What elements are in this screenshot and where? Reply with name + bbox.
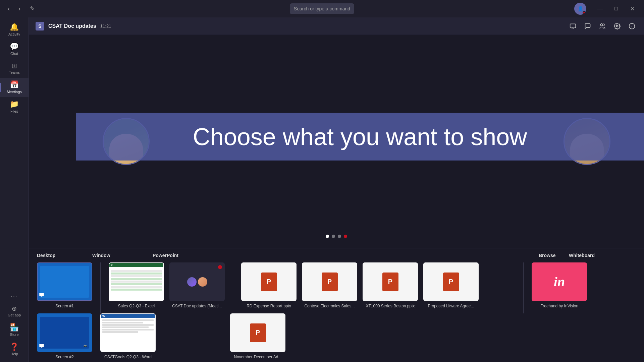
- meeting-header: S CSAT Doc updates 11:21: [29, 17, 644, 35]
- dot-4: [344, 235, 347, 238]
- sidebar-label-store: Store: [10, 333, 18, 337]
- more-icon: ···: [11, 294, 17, 299]
- nav-controls: ‹ ›: [4, 4, 24, 13]
- ppt-icon-rd: P: [261, 273, 277, 291]
- meetings-icon: 📅: [10, 81, 19, 88]
- share-item-screen2[interactable]: 📷 Screen #2: [37, 313, 92, 359]
- meeting-time: 11:21: [100, 23, 111, 28]
- svg-point-2: [616, 25, 618, 27]
- svg-rect-9: [39, 344, 44, 347]
- maximize-button[interactable]: □: [608, 3, 624, 14]
- browse-category: Browse: [539, 252, 569, 258]
- sidebar-label-files: Files: [10, 109, 18, 113]
- categories-header: Desktop Window PowerPoint Browse Whitebo…: [29, 248, 644, 260]
- freehand-label: Freehand by InVision: [540, 304, 578, 308]
- teams-icon: ⊞: [11, 62, 17, 69]
- close-button[interactable]: ✕: [625, 3, 640, 14]
- sidebar-item-get-app[interactable]: ⊕ Get app: [0, 302, 29, 320]
- share-item-xt1000[interactable]: P XT1000 Series Boston.pptx: [363, 262, 418, 311]
- video-area: Choose what you want to show: [29, 35, 644, 248]
- svg-rect-6: [39, 293, 44, 296]
- get-app-icon: ⊕: [12, 306, 17, 312]
- desktop-window-sep: [100, 262, 101, 313]
- sales-excel-thumb: X: [109, 262, 164, 301]
- sidebar-item-more[interactable]: ···: [0, 290, 29, 302]
- content-area: S CSAT Doc updates 11:21: [29, 17, 644, 362]
- screen1-preview: [38, 263, 92, 300]
- invision-logo: in: [554, 274, 565, 290]
- share-item-csat-meeting[interactable]: CSAT Doc updates (Meeti...: [169, 262, 225, 311]
- share-item-november-ad[interactable]: P November-December Ad...: [230, 313, 285, 359]
- meeting-avatars: [187, 277, 207, 287]
- compose-button[interactable]: ✎: [27, 3, 38, 14]
- csatgoals-thumb: W: [100, 313, 156, 352]
- monitor-icon: [39, 292, 44, 299]
- store-icon: 🏪: [10, 324, 19, 331]
- settings-button[interactable]: [612, 21, 623, 32]
- share-panel: Desktop Window PowerPoint Browse Whitebo…: [29, 248, 644, 362]
- meeting-chat-button[interactable]: [582, 21, 593, 32]
- chat-icon: 💬: [10, 43, 19, 50]
- csatgoals-label: CSATGoals Q2-Q3 - Word: [104, 355, 152, 359]
- sidebar-label-activity: Activity: [8, 32, 20, 36]
- sidebar-label-get-app: Get app: [8, 313, 21, 317]
- participants-button[interactable]: [597, 21, 608, 32]
- ppt-icon-xt1000: P: [382, 273, 398, 291]
- files-icon: 📁: [10, 101, 19, 108]
- search-placeholder: Search or type a command: [294, 6, 350, 11]
- browse-wb-sep: [523, 262, 524, 313]
- sidebar-item-files[interactable]: 📁 Files: [0, 97, 29, 117]
- sidebar-label-help: Help: [10, 352, 18, 356]
- share-item-litware[interactable]: P Proposed Litware Agree...: [423, 262, 479, 311]
- main-layout: 🔔 Activity 💬 Chat ⊞ Teams 📅 Meetings 📁 F…: [0, 17, 644, 362]
- share-item-sales-excel[interactable]: X Sales Q2-Q3 - Excel: [109, 262, 164, 311]
- status-dot: [583, 11, 586, 14]
- minimize-button[interactable]: —: [592, 3, 608, 14]
- whiteboard-category: Whiteboard: [569, 252, 636, 258]
- rd-expense-thumb: P: [241, 262, 297, 301]
- contoso-thumb: P: [302, 262, 357, 301]
- help-icon: ❓: [10, 343, 19, 351]
- window-controls: 👤 — □ ✕: [574, 3, 640, 15]
- rd-expense-label: RD Expense Report.pptx: [247, 304, 291, 308]
- info-button[interactable]: [627, 21, 637, 32]
- sales-excel-label: Sales Q2-Q3 - Excel: [118, 304, 155, 308]
- powerpoint-label: PowerPoint: [153, 253, 178, 258]
- november-ad-thumb: P: [230, 313, 285, 352]
- sidebar-item-teams[interactable]: ⊞ Teams: [0, 59, 29, 78]
- mini-avatar-1: [187, 277, 197, 287]
- share-item-contoso[interactable]: P Contoso Electronics Sales...: [302, 262, 357, 311]
- share-item-csatgoals[interactable]: W CSATGoals Q2-Q3 - Word: [98, 313, 158, 359]
- meeting-title: CSAT Doc updates: [48, 23, 96, 29]
- share-item-freehand[interactable]: in Freehand by InVision: [532, 262, 587, 311]
- powerpoint-category: PowerPoint: [153, 252, 539, 258]
- share-screen-button[interactable]: [568, 21, 578, 32]
- share-item-rd-expense[interactable]: P RD Expense Report.pptx: [241, 262, 297, 311]
- browse-spacer: [495, 262, 515, 311]
- sidebar-label-meetings: Meetings: [7, 90, 22, 94]
- browse-label: Browse: [539, 253, 556, 258]
- sidebar-item-help[interactable]: ❓ Help: [0, 340, 29, 359]
- share-items-row: Screen #1 X: [29, 260, 644, 313]
- window-col-spacer: W CSATGoals Q2-Q3 - Word: [98, 313, 158, 359]
- share-item-screen1[interactable]: Screen #1: [37, 262, 92, 311]
- dot-2: [332, 235, 335, 238]
- back-button[interactable]: ‹: [4, 4, 13, 13]
- sidebar-item-store[interactable]: 🏪 Store: [0, 320, 29, 340]
- sidebar-item-meetings[interactable]: 📅 Meetings: [0, 78, 29, 97]
- window-label: Window: [92, 253, 110, 258]
- csat-meeting-thumb: [169, 262, 225, 301]
- meeting-header-actions: [568, 21, 637, 32]
- litware-label: Proposed Litware Agree...: [428, 304, 474, 308]
- forward-button[interactable]: ›: [15, 4, 24, 13]
- desktop-label: Desktop: [37, 253, 55, 258]
- ppt-icon-contoso: P: [322, 273, 338, 291]
- banner-overlay: Choose what you want to show: [76, 113, 644, 161]
- litware-thumb: P: [423, 262, 479, 301]
- freehand-thumb: in: [532, 262, 587, 301]
- sidebar-item-chat[interactable]: 💬 Chat: [0, 40, 29, 59]
- titlebar: ‹ › ✎ Search or type a command 👤 — □ ✕: [0, 0, 644, 17]
- avatar[interactable]: 👤: [574, 3, 586, 15]
- sidebar-item-activity[interactable]: 🔔 Activity: [0, 20, 29, 40]
- window-category: Window: [92, 252, 153, 258]
